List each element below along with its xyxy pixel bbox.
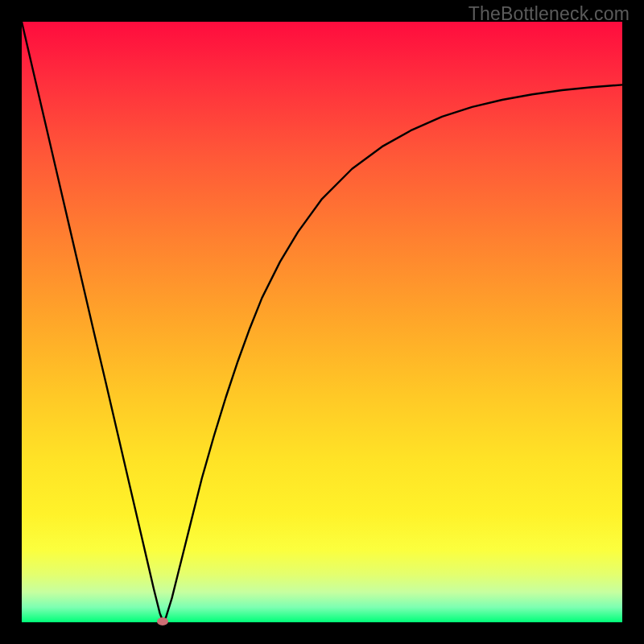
watermark-text: TheBottleneck.com: [469, 3, 630, 25]
bottleneck-curve: [22, 22, 622, 622]
plot-area: [22, 22, 622, 622]
curve-path: [22, 22, 622, 621]
chart-container: TheBottleneck.com: [0, 0, 644, 644]
minimum-marker: [157, 617, 168, 625]
